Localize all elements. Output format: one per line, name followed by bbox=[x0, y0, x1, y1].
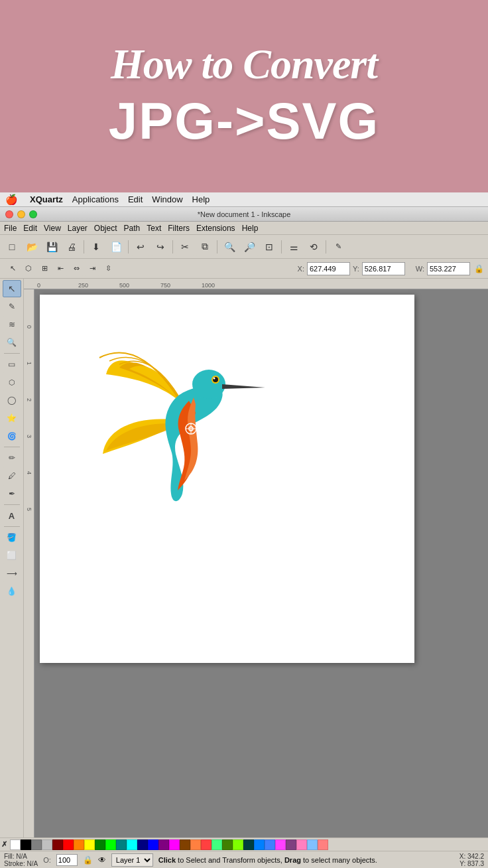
copy-button[interactable]: ⧉ bbox=[196, 238, 214, 256]
swatch-maroon[interactable] bbox=[52, 839, 63, 850]
lock-stroke-icon[interactable]: 🔒 bbox=[83, 855, 93, 865]
zoom-fit-button[interactable]: ⊡ bbox=[260, 238, 278, 256]
align-center-icon[interactable]: ⇔ bbox=[69, 261, 84, 276]
menu-path[interactable]: Path bbox=[124, 224, 141, 233]
swatch-plum[interactable] bbox=[286, 839, 296, 850]
swatch-olive[interactable] bbox=[222, 839, 233, 850]
minimize-button[interactable] bbox=[17, 210, 25, 218]
ruler-mark-500: 500 bbox=[119, 282, 160, 289]
swatch-black[interactable] bbox=[21, 839, 31, 850]
maximize-button[interactable] bbox=[29, 210, 37, 218]
export-button[interactable]: 📄 bbox=[107, 238, 125, 256]
swatch-orange[interactable] bbox=[74, 839, 84, 850]
align-right-icon[interactable]: ⇥ bbox=[85, 261, 99, 276]
swatch-teal[interactable] bbox=[116, 839, 127, 850]
tool-connector[interactable]: ⟶ bbox=[3, 565, 21, 582]
group-icon[interactable]: ⊞ bbox=[37, 261, 52, 276]
swatch-lightblue[interactable] bbox=[307, 839, 318, 850]
swatch-lime[interactable] bbox=[105, 839, 116, 850]
swatch-purple[interactable] bbox=[158, 839, 169, 850]
canvas-scroll[interactable] bbox=[34, 289, 488, 837]
swatch-mint[interactable] bbox=[212, 839, 222, 850]
swatch-pink[interactable] bbox=[296, 839, 307, 850]
menubar-xquartz[interactable]: XQuartz bbox=[30, 194, 63, 204]
tool-text[interactable]: A bbox=[3, 507, 21, 524]
swatch-brown[interactable] bbox=[180, 839, 190, 850]
tool-tweak[interactable]: ≋ bbox=[3, 316, 21, 333]
swatch-blue[interactable] bbox=[148, 839, 158, 850]
tool-fill[interactable]: 🪣 bbox=[3, 529, 21, 546]
lock-icon[interactable]: 🔒 bbox=[474, 264, 484, 273]
redo-button[interactable]: ↪ bbox=[151, 238, 170, 256]
menubar-window[interactable]: Window bbox=[152, 194, 182, 204]
menu-extensions[interactable]: Extensions bbox=[196, 224, 235, 233]
menu-view[interactable]: View bbox=[44, 224, 61, 233]
eye-icon[interactable]: 👁 bbox=[98, 855, 106, 865]
menu-edit[interactable]: Edit bbox=[23, 224, 37, 233]
tool-select[interactable]: ↖ bbox=[3, 280, 21, 297]
tool-node[interactable]: ✎ bbox=[3, 298, 21, 315]
w-input[interactable] bbox=[427, 262, 470, 275]
menu-object[interactable]: Object bbox=[94, 224, 117, 233]
swatch-salmon[interactable] bbox=[190, 839, 201, 850]
zoom-out-button[interactable]: 🔎 bbox=[240, 238, 259, 256]
swatch-silver[interactable] bbox=[42, 839, 52, 850]
tool-star[interactable]: ⭐ bbox=[3, 409, 21, 427]
tool-pen[interactable]: 🖊 bbox=[3, 467, 21, 484]
apple-menu[interactable]: 🍎 bbox=[5, 194, 18, 206]
opacity-input[interactable] bbox=[56, 854, 78, 866]
close-button[interactable] bbox=[5, 210, 13, 218]
swatch-yellow[interactable] bbox=[84, 839, 95, 850]
swatch-gray[interactable] bbox=[31, 839, 42, 850]
align-left-icon[interactable]: ⇤ bbox=[53, 261, 68, 276]
node-icon[interactable]: ⬡ bbox=[21, 261, 36, 276]
layer-select[interactable]: Layer 1 bbox=[111, 853, 153, 867]
tool-calligraphy[interactable]: ✒ bbox=[3, 485, 21, 502]
new-button[interactable]: □ bbox=[3, 238, 21, 256]
x-input[interactable] bbox=[307, 262, 350, 275]
tool-zoom[interactable]: 🔍 bbox=[3, 334, 21, 351]
menubar-edit[interactable]: Edit bbox=[128, 194, 143, 204]
swatch-chartreuse[interactable] bbox=[233, 839, 243, 850]
swatch-red[interactable] bbox=[63, 839, 74, 850]
menu-text[interactable]: Text bbox=[147, 224, 161, 233]
menu-filters[interactable]: Filters bbox=[168, 224, 190, 233]
menubar-applications[interactable]: Applications bbox=[72, 194, 119, 204]
save-button[interactable]: 💾 bbox=[42, 238, 61, 256]
palette-x-icon[interactable]: ✗ bbox=[1, 840, 7, 849]
import-button[interactable]: ⬇ bbox=[87, 238, 105, 256]
y-input[interactable] bbox=[362, 262, 405, 275]
tool-gradient[interactable]: ⬜ bbox=[3, 547, 21, 564]
transform-button[interactable]: ⟲ bbox=[304, 238, 323, 256]
swatch-cornflower[interactable] bbox=[265, 839, 275, 850]
tool-dropper[interactable]: 💧 bbox=[3, 583, 21, 600]
tool-ellipse[interactable]: ◯ bbox=[3, 392, 21, 409]
undo-button[interactable]: ↩ bbox=[131, 238, 150, 256]
tool-spiral[interactable]: 🌀 bbox=[3, 427, 21, 445]
menu-file[interactable]: File bbox=[4, 224, 17, 233]
swatch-magenta[interactable] bbox=[169, 839, 180, 850]
swatch-cyan[interactable] bbox=[127, 839, 137, 850]
menubar-help[interactable]: Help bbox=[192, 194, 210, 204]
menu-layer[interactable]: Layer bbox=[68, 224, 88, 233]
tool-rect[interactable]: ▭ bbox=[3, 356, 21, 373]
swatch-white[interactable] bbox=[10, 839, 21, 850]
zoom-in-button[interactable]: 🔍 bbox=[220, 238, 239, 256]
swatch-navy[interactable] bbox=[137, 839, 148, 850]
select-icon[interactable]: ↖ bbox=[5, 261, 20, 276]
swatch-coral[interactable] bbox=[201, 839, 212, 850]
swatch-lightsalmon[interactable] bbox=[318, 839, 328, 850]
swatch-skyblue[interactable] bbox=[254, 839, 265, 850]
swatch-orchid[interactable] bbox=[275, 839, 286, 850]
swatch-darkteal[interactable] bbox=[243, 839, 254, 850]
dist-h-icon[interactable]: ⇳ bbox=[101, 261, 115, 276]
node-editor-button[interactable]: ✎ bbox=[329, 238, 347, 256]
tool-3d[interactable]: ⬡ bbox=[3, 374, 21, 391]
swatch-green[interactable] bbox=[95, 839, 105, 850]
print-button[interactable]: 🖨 bbox=[62, 238, 81, 256]
menu-help[interactable]: Help bbox=[242, 224, 259, 233]
open-button[interactable]: 📂 bbox=[23, 238, 41, 256]
cut-button[interactable]: ✂ bbox=[176, 238, 194, 256]
align-button[interactable]: ⚌ bbox=[284, 238, 303, 256]
tool-pencil[interactable]: ✏ bbox=[3, 449, 21, 467]
